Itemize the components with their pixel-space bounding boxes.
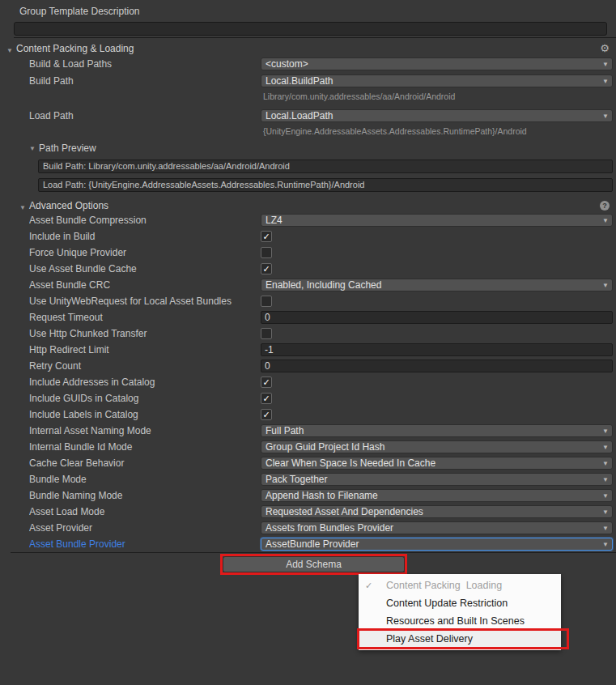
dropdown-value: AssetBundle Provider xyxy=(266,538,359,550)
gear-icon[interactable]: ⚙ xyxy=(600,42,610,55)
label-bundle-mode: Bundle Mode xyxy=(29,474,256,485)
path-helper-text: Library/com.unity.addressables/aa/Androi… xyxy=(263,91,455,101)
foldout-triangle-icon[interactable]: ▼ xyxy=(29,145,36,152)
label-include-in-build: Include in Build xyxy=(29,231,256,242)
row-include-labels-in-catalog: Include Labels in Catalog✓ xyxy=(0,406,616,423)
dropdown-asset-provider[interactable]: Assets from Bundles Provider▼ xyxy=(261,521,613,534)
content-packing-rows: Build & Load Paths<custom>▼Build PathLoc… xyxy=(0,55,616,195)
foldout-path-preview: ▼Path Preview xyxy=(0,142,616,158)
menu-item-play-asset-delivery[interactable]: Play Asset Delivery xyxy=(359,630,561,648)
row-include-addresses-in-catalog: Include Addresses in Catalog✓ xyxy=(0,374,616,390)
helper-row: {UnityEngine.AddressableAssets.Addressab… xyxy=(0,124,616,142)
chevron-down-icon: ▼ xyxy=(602,77,609,87)
inspector-panel: Group Template Description ▼ Content Pac… xyxy=(0,0,616,685)
checkbox-use-http-chunked-transfer[interactable] xyxy=(261,328,272,339)
row-asset-load-mode: Asset Load ModeRequested Asset And Depen… xyxy=(0,504,616,520)
dropdown-bundle-mode[interactable]: Pack Together▼ xyxy=(261,473,613,486)
value-cell: Clear When Space Is Needed In Cache▼ xyxy=(261,457,613,470)
checkbox-include-in-build[interactable]: ✓ xyxy=(261,231,272,242)
add-schema-button[interactable]: Add Schema xyxy=(223,556,405,572)
group-template-description-input[interactable] xyxy=(14,22,607,36)
dropdown-internal-bundle-id-mode[interactable]: Group Guid Project Id Hash▼ xyxy=(261,440,613,453)
row-asset-provider: Asset ProviderAssets from Bundles Provid… xyxy=(0,520,616,536)
chevron-down-icon: ▼ xyxy=(602,216,609,226)
row-cache-clear-behavior: Cache Clear BehaviorClear When Space Is … xyxy=(0,455,616,471)
checkbox-include-guids-in-catalog[interactable]: ✓ xyxy=(261,393,272,404)
dropdown-asset-bundle-crc[interactable]: Enabled, Including Cached▼ xyxy=(261,279,613,291)
value-cell: Pack Together▼ xyxy=(261,473,613,486)
row-request-timeout: Request Timeout xyxy=(0,309,616,325)
dropdown-bundle-naming-mode[interactable]: Append Hash to Filename▼ xyxy=(261,489,613,502)
label-cache-clear-behavior: Cache Clear Behavior xyxy=(29,457,256,469)
foldout-label: Path Preview xyxy=(39,143,96,154)
value-cell: ✓ xyxy=(261,377,613,388)
menu-item-label: Content Packing Loading xyxy=(386,580,502,591)
chevron-down-icon: ▼ xyxy=(602,281,609,291)
label-request-timeout: Request Timeout xyxy=(29,312,256,323)
row-use-unitywebrequest-for-local-asset-bundles: Use UnityWebRequest for Local Asset Bund… xyxy=(0,293,616,309)
row-build-path: Build PathLocal.BuildPath▼ xyxy=(0,72,616,89)
add-schema-menu: ✓Content Packing LoadingContent Update R… xyxy=(359,574,561,650)
value-cell xyxy=(261,360,613,372)
chevron-down-icon: ▼ xyxy=(602,427,609,436)
menu-item-label: Resources and Built In Scenes xyxy=(386,615,525,627)
value-cell: ✓ xyxy=(261,263,613,274)
row-http-redirect-limit: Http Redirect Limit xyxy=(0,342,616,358)
menu-item-content-packing-loading: ✓Content Packing Loading xyxy=(359,577,561,594)
path-helper-text: {UnityEngine.AddressableAssets.Addressab… xyxy=(263,126,527,136)
row-bundle-mode: Bundle ModePack Together▼ xyxy=(0,471,616,487)
content-packing-header: ▼ Content Packing & Loading ⚙ xyxy=(0,42,616,55)
dropdown-value: LZ4 xyxy=(266,215,283,226)
row-use-http-chunked-transfer: Use Http Chunked Transfer xyxy=(0,325,616,342)
value-cell: Enabled, Including Cached▼ xyxy=(261,279,613,291)
checkbox-force-unique-provider[interactable] xyxy=(261,247,272,258)
value-cell: Group Guid Project Id Hash▼ xyxy=(261,440,613,453)
value-cell: Append Hash to Filename▼ xyxy=(261,489,613,502)
checkbox-use-unitywebrequest-for-local-asset-bundles[interactable] xyxy=(261,296,272,307)
label-use-asset-bundle-cache: Use Asset Bundle Cache xyxy=(29,263,256,274)
preview-row: Load Path: {UnityEngine.AddressableAsset… xyxy=(0,177,616,195)
row-include-guids-in-catalog: Include GUIDs in Catalog✓ xyxy=(0,390,616,406)
chevron-down-icon: ▼ xyxy=(602,475,609,485)
value-cell: ✓ xyxy=(261,409,613,420)
checkbox-use-asset-bundle-cache[interactable]: ✓ xyxy=(261,263,272,274)
field-http-redirect-limit[interactable] xyxy=(261,343,613,356)
row-bundle-naming-mode: Bundle Naming ModeAppend Hash to Filenam… xyxy=(0,487,616,504)
dropdown-build-load-paths[interactable]: <custom>▼ xyxy=(261,57,613,70)
dropdown-asset-load-mode[interactable]: Requested Asset And Dependencies▼ xyxy=(261,505,613,518)
help-icon[interactable]: ? xyxy=(600,201,610,211)
dropdown-value: Clear When Space Is Needed In Cache xyxy=(266,457,435,469)
checkbox-include-labels-in-catalog[interactable]: ✓ xyxy=(261,409,272,420)
label-build-load-paths: Build & Load Paths xyxy=(29,58,256,70)
dropdown-asset-bundle-compression[interactable]: LZ4▼ xyxy=(261,214,613,227)
field-retry-count[interactable] xyxy=(261,360,613,372)
value-cell xyxy=(261,328,613,339)
dropdown-asset-bundle-provider[interactable]: AssetBundle Provider▼ xyxy=(261,538,613,551)
dropdown-value: Local.LoadPath xyxy=(266,110,333,121)
field-request-timeout[interactable] xyxy=(261,311,613,324)
dropdown-value: Full Path xyxy=(266,425,304,436)
preview-row: Build Path: Library/com.unity.addressabl… xyxy=(0,158,616,177)
menu-item-content-update-restriction[interactable]: Content Update Restriction xyxy=(359,594,561,612)
dropdown-internal-asset-naming-mode[interactable]: Full Path▼ xyxy=(261,424,613,437)
check-icon: ✓ xyxy=(359,581,386,591)
label-use-http-chunked-transfer: Use Http Chunked Transfer xyxy=(29,328,256,339)
row-internal-bundle-id-mode: Internal Bundle Id ModeGroup Guid Projec… xyxy=(0,439,616,455)
section-title: Advanced Options xyxy=(29,199,108,212)
checkbox-include-addresses-in-catalog[interactable]: ✓ xyxy=(261,377,272,388)
advanced-options-rows: Asset Bundle CompressionLZ4▼Include in B… xyxy=(0,212,616,552)
menu-item-resources-and-built-in-scenes[interactable]: Resources and Built In Scenes xyxy=(359,612,561,630)
dropdown-build-path[interactable]: Local.BuildPath▼ xyxy=(261,74,613,87)
dropdown-value: Enabled, Including Cached xyxy=(266,279,381,291)
path-preview-box: Build Path: Library/com.unity.addressabl… xyxy=(38,160,613,173)
group-template-description-label: Group Template Description xyxy=(19,5,616,18)
add-schema-highlight-rectangle: Add Schema xyxy=(220,554,407,575)
chevron-down-icon: ▼ xyxy=(602,508,609,517)
value-cell xyxy=(261,343,613,356)
chevron-down-icon: ▼ xyxy=(602,540,609,550)
menu-item-label: Play Asset Delivery xyxy=(386,633,473,645)
label-include-addresses-in-catalog: Include Addresses in Catalog xyxy=(29,377,256,388)
group-template-section: Group Template Description xyxy=(0,0,616,36)
dropdown-load-path[interactable]: Local.LoadPath▼ xyxy=(261,109,613,122)
dropdown-cache-clear-behavior[interactable]: Clear When Space Is Needed In Cache▼ xyxy=(261,457,613,470)
